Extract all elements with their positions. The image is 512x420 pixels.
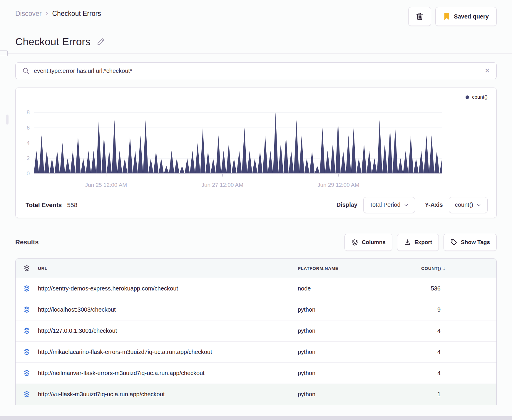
url-cell[interactable]: http://localhost:3003/checkout <box>38 306 298 313</box>
breadcrumb-current: Checkout Errors <box>52 10 101 18</box>
breadcrumb: Discover › Checkout Errors <box>15 7 101 18</box>
platform-cell[interactable]: python <box>298 327 421 334</box>
row-stack-icon[interactable] <box>16 391 38 398</box>
header-layers-icon[interactable] <box>16 265 38 272</box>
export-label: Export <box>414 239 432 246</box>
tag-icon <box>450 239 457 246</box>
platform-cell[interactable]: python <box>298 349 421 355</box>
page-header: Discover › Checkout Errors <box>0 0 512 53</box>
show-tags-button[interactable]: Show Tags <box>444 234 497 251</box>
horizontal-scrollbar[interactable] <box>0 416 512 420</box>
show-tags-label: Show Tags <box>461 239 490 246</box>
row-stack-icon[interactable] <box>16 327 38 335</box>
chart-panel: count() 02468 Jun 25 12:00 AMJun 27 12:0… <box>15 88 497 218</box>
row-stack-icon[interactable] <box>16 369 38 377</box>
columns-label: Columns <box>362 239 386 246</box>
bookmark-icon <box>443 13 450 20</box>
table-row[interactable]: http://localhost:3003/checkoutpython9 <box>16 299 496 320</box>
count-cell[interactable]: 4 <box>421 370 496 377</box>
clear-search-icon[interactable]: ✕ <box>485 68 490 74</box>
display-select[interactable]: Total Period <box>363 197 415 213</box>
x-axis-tick: Jun 25 12:00 AM <box>85 182 127 188</box>
results-table: URL PLATFORM.NAME COUNT() ↓ http://sentr… <box>15 258 497 405</box>
y-axis-tick: 6 <box>26 125 30 131</box>
table-body: http://sentry-demos-express.herokuapp.co… <box>16 278 496 405</box>
count-cell[interactable]: 4 <box>421 327 496 334</box>
legend-count[interactable]: count() <box>466 94 488 101</box>
sidebar-drag-handle[interactable] <box>6 115 9 125</box>
trash-icon <box>415 12 424 21</box>
count-cell[interactable]: 1 <box>421 391 496 398</box>
chevron-down-icon <box>404 202 409 208</box>
x-axis-tick: Jun 29 12:00 AM <box>317 182 359 188</box>
platform-cell[interactable]: python <box>298 306 421 313</box>
page-title: Checkout Errors <box>15 36 91 48</box>
area-chart <box>34 103 442 179</box>
platform-cell[interactable]: python <box>298 391 421 398</box>
results-heading: Results <box>15 238 39 246</box>
chevron-down-icon <box>476 202 481 208</box>
saved-query-label: Saved query <box>454 13 489 20</box>
row-stack-icon[interactable] <box>16 348 38 356</box>
chart-footer: Total Events 558 Display Total Period Y-… <box>16 192 496 218</box>
chart-y-axis: 02468 <box>16 103 34 179</box>
search-bar: ✕ <box>15 62 497 79</box>
layers-icon <box>351 239 358 246</box>
display-value: Total Period <box>369 201 401 208</box>
download-icon <box>404 239 411 246</box>
column-header-count[interactable]: COUNT() ↓ <box>421 266 497 271</box>
count-header-label: COUNT() <box>421 266 441 271</box>
search-icon <box>22 67 30 75</box>
edit-title-button[interactable] <box>95 36 106 47</box>
table-header-row: URL PLATFORM.NAME COUNT() ↓ <box>16 259 496 278</box>
pencil-icon <box>96 37 105 46</box>
count-cell[interactable]: 536 <box>421 285 496 292</box>
chart-plot[interactable]: Jun 25 12:00 AMJun 27 12:00 AMJun 29 12:… <box>34 103 442 192</box>
column-header-platform[interactable]: PLATFORM.NAME <box>298 266 421 271</box>
platform-cell[interactable]: node <box>298 285 421 292</box>
chart-x-axis: Jun 25 12:00 AMJun 27 12:00 AMJun 29 12:… <box>34 179 442 192</box>
main-content: ✕ count() 02468 Jun 25 12:00 AMJun 27 12… <box>0 62 512 405</box>
count-cell[interactable]: 9 <box>421 306 496 313</box>
columns-button[interactable]: Columns <box>344 234 392 251</box>
count-cell[interactable]: 4 <box>421 349 496 355</box>
column-header-url[interactable]: URL <box>38 266 298 271</box>
table-row[interactable]: http://127.0.0.1:3001/checkoutpython4 <box>16 320 496 342</box>
yaxis-value: count() <box>455 201 473 208</box>
url-cell[interactable]: http://neilmanvar-flask-errors-m3uuizd7i… <box>38 370 298 377</box>
y-axis-tick: 8 <box>26 109 30 116</box>
table-row[interactable]: http://mikaelacarino-flask-errors-m3uuiz… <box>16 342 496 363</box>
saved-query-button[interactable]: Saved query <box>435 7 497 26</box>
y-axis-tick: 4 <box>26 140 30 146</box>
total-events-value: 558 <box>67 201 77 209</box>
panel-collapse-handle[interactable] <box>0 51 8 56</box>
legend-dot-icon <box>466 95 469 99</box>
breadcrumb-discover-link[interactable]: Discover <box>15 10 41 18</box>
url-cell[interactable]: http://127.0.0.1:3001/checkout <box>38 327 298 334</box>
table-row[interactable]: http://neilmanvar-flask-errors-m3uuizd7i… <box>16 363 496 384</box>
legend-label: count() <box>472 94 488 100</box>
yaxis-select[interactable]: count() <box>449 197 488 213</box>
table-row[interactable]: http://vu-flask-m3uuizd7iq-uc.a.run.app/… <box>16 384 496 405</box>
delete-query-button[interactable] <box>408 7 431 26</box>
url-cell[interactable]: http://mikaelacarino-flask-errors-m3uuiz… <box>38 349 298 355</box>
y-axis-tick: 2 <box>26 155 30 162</box>
row-stack-icon[interactable] <box>16 285 38 293</box>
yaxis-label: Y-Axis <box>425 201 443 208</box>
url-cell[interactable]: http://sentry-demos-express.herokuapp.co… <box>38 285 298 292</box>
y-axis-tick: 0 <box>26 170 30 177</box>
search-input[interactable] <box>34 68 481 74</box>
url-cell[interactable]: http://vu-flask-m3uuizd7iq-uc.a.run.app/… <box>38 391 298 398</box>
sort-desc-icon: ↓ <box>443 266 446 271</box>
chevron-right-icon: › <box>46 9 48 17</box>
row-stack-icon[interactable] <box>16 306 38 314</box>
export-button[interactable]: Export <box>397 234 439 251</box>
display-label: Display <box>337 201 357 208</box>
platform-cell[interactable]: python <box>298 370 421 377</box>
x-axis-tick: Jun 27 12:00 AM <box>201 182 243 188</box>
table-row[interactable]: http://sentry-demos-express.herokuapp.co… <box>16 278 496 299</box>
total-events-label: Total Events <box>26 201 62 209</box>
